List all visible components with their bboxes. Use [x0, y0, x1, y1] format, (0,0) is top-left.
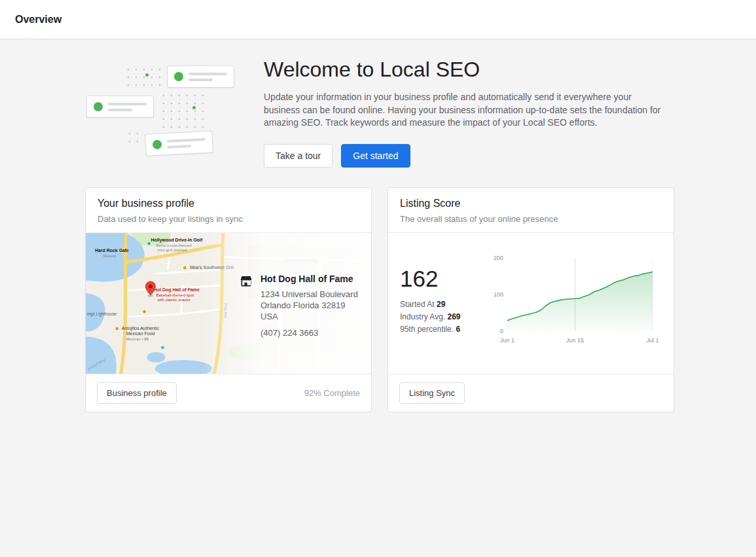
text-line	[167, 145, 191, 149]
listing-card-body: 162 Started At 29 Industry Avg. 269 95th…	[388, 233, 674, 374]
listing-score-value: 162	[400, 266, 484, 292]
chart-area-fill	[507, 272, 653, 331]
business-address-line2: Orlando Florida 32819	[261, 300, 358, 311]
hero-illustration	[85, 63, 251, 161]
green-circle-icon	[94, 102, 103, 111]
text-line	[189, 73, 227, 75]
hero-description: Update your information in your business…	[264, 91, 668, 130]
business-name: Hot Dog Hall of Fame	[261, 274, 358, 284]
listing-score-card: Listing Score The overall status of your…	[387, 187, 674, 412]
text-line	[108, 109, 132, 111]
score-summary: 162 Started At 29 Industry Avg. 269 95th…	[400, 249, 484, 374]
svg-text:Jul 1: Jul 1	[646, 337, 658, 344]
score-chart-svg: 0100200 Jun 1Jun 15Jul 1	[488, 251, 662, 356]
business-info: Hot Dog Hall of Fame 1234 Universal Boul…	[240, 274, 358, 338]
business-address-line1: 1234 Universal Boulevard	[261, 289, 358, 300]
stat-value: 29	[437, 300, 445, 309]
topbar: Overview	[0, 0, 756, 39]
stat-label: 95th percentile.	[400, 325, 454, 334]
completion-status: 92% Complete	[304, 388, 360, 398]
page-title: Overview	[15, 14, 62, 26]
hero-title: Welcome to Local SEO	[264, 58, 674, 82]
dot-grid	[126, 130, 143, 147]
storefront-icon	[240, 274, 253, 338]
green-dot	[145, 73, 149, 77]
svg-text:200: 200	[494, 255, 503, 261]
listing-card-footer: Listing Sync	[388, 374, 674, 412]
listing-card-illustration	[86, 96, 154, 118]
listing-card-illustration	[167, 65, 234, 88]
listing-card-header: Listing Score The overall status of your…	[388, 188, 674, 233]
business-profile-button[interactable]: Business profile	[97, 382, 177, 404]
listing-card-title: Listing Score	[400, 198, 662, 209]
stat-label: Started At	[400, 300, 435, 309]
business-card-header: Your business profile Data used to keep …	[86, 188, 371, 233]
stat-95th-percentile: 95th percentile. 6	[400, 325, 484, 334]
svg-text:Jun 15: Jun 15	[566, 337, 584, 344]
dot-grid	[160, 92, 206, 128]
dot-grid	[124, 65, 165, 88]
listing-card-subtitle: The overall status of your online presen…	[400, 214, 662, 224]
business-profile-card: Your business profile Data used to keep …	[85, 187, 372, 412]
main-content: Welcome to Local SEO Update your informa…	[0, 39, 674, 439]
hero-buttons: Take a tour Get started	[264, 144, 674, 168]
business-card-subtitle: Data used to keep your listings in sync	[98, 214, 359, 224]
stat-value: 6	[456, 325, 460, 334]
text-line	[108, 103, 147, 105]
stat-industry-avg: Industry Avg. 269	[400, 312, 484, 321]
green-circle-icon	[153, 139, 162, 149]
business-phone: (407) 224 3663	[261, 327, 358, 338]
cards-row: Your business profile Data used to keep …	[85, 187, 674, 439]
business-card-footer: Business profile 92% Complete	[86, 374, 371, 412]
hero-text: Welcome to Local SEO Update your informa…	[264, 58, 674, 168]
stat-label: Industry Avg.	[400, 312, 445, 321]
listing-score-chart: 0100200 Jun 1Jun 15Jul 1	[488, 249, 663, 374]
green-circle-icon	[174, 72, 183, 81]
green-dot	[192, 106, 196, 109]
listing-sync-button[interactable]: Listing Sync	[399, 382, 465, 404]
y-axis-labels: 0100200	[494, 255, 503, 334]
get-started-button[interactable]: Get started	[341, 144, 410, 168]
map[interactable]: Hollywood Drive-In GolfRetro movie-theme…	[86, 233, 371, 374]
take-tour-button[interactable]: Take a tour	[264, 144, 333, 168]
business-details: Hot Dog Hall of Fame 1234 Universal Boul…	[261, 274, 358, 338]
text-line	[189, 79, 213, 81]
text-line	[167, 137, 206, 142]
business-card-title: Your business profile	[98, 198, 359, 209]
business-card-body: Hollywood Drive-In GolfRetro movie-theme…	[86, 233, 371, 374]
business-address-line3: USA	[261, 311, 358, 322]
svg-text:100: 100	[494, 291, 503, 298]
listing-card-illustration	[145, 130, 213, 156]
x-axis-labels: Jun 1Jun 15Jul 1	[500, 337, 659, 344]
stat-started-at: Started At 29	[400, 300, 484, 309]
svg-text:0: 0	[500, 328, 503, 334]
stat-value: 269	[448, 312, 461, 321]
svg-text:Jun 1: Jun 1	[500, 337, 514, 344]
hero-section: Welcome to Local SEO Update your informa…	[85, 58, 674, 168]
score-body: 162 Started At 29 Industry Avg. 269 95th…	[388, 233, 674, 374]
